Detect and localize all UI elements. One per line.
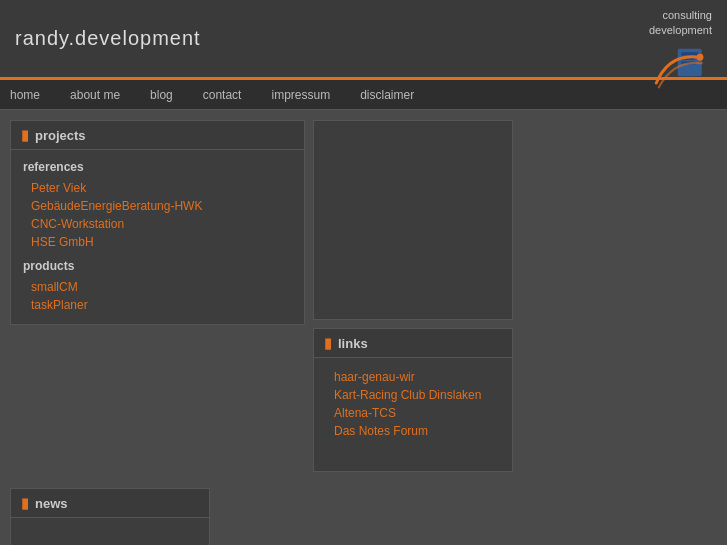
projects-icon: ▮ xyxy=(21,127,29,143)
logo-text: consulting development xyxy=(649,8,712,39)
projects-body: references Peter Viek GebäudeEnergieBera… xyxy=(11,150,304,324)
products-title: products xyxy=(23,259,292,273)
links-icon: ▮ xyxy=(324,335,332,351)
ref-cnc[interactable]: CNC-Workstation xyxy=(23,215,292,233)
header: randy.development consulting development xyxy=(0,0,727,80)
link-kart-racing[interactable]: Kart-Racing Club Dinslaken xyxy=(326,386,500,404)
nav-blog[interactable]: blog xyxy=(150,88,173,102)
site-title: randy.development xyxy=(15,27,201,50)
links-header: ▮ links xyxy=(314,329,512,358)
logo-area: consulting development xyxy=(649,8,712,93)
nav-disclaimer[interactable]: disclaimer xyxy=(360,88,414,102)
content: ▮ projects references Peter Viek Gebäude… xyxy=(0,110,727,545)
product-smallcm[interactable]: smallCM xyxy=(23,278,292,296)
nav-contact[interactable]: contact xyxy=(203,88,242,102)
nav-home[interactable]: home xyxy=(10,88,40,102)
news-body xyxy=(11,518,209,538)
projects-panel: ▮ projects references Peter Viek Gebäude… xyxy=(10,120,305,325)
projects-header: ▮ projects xyxy=(11,121,304,150)
links-body: haar-genau-wir Kart-Racing Club Dinslake… xyxy=(314,358,512,450)
links-panel: ▮ links haar-genau-wir Kart-Racing Club … xyxy=(313,328,513,472)
link-notes-forum[interactable]: Das Notes Forum xyxy=(326,422,500,440)
ref-peter-viek[interactable]: Peter Viek xyxy=(23,179,292,197)
logo-icon xyxy=(652,43,712,93)
ref-hse[interactable]: HSE GmbH xyxy=(23,233,292,251)
svg-point-4 xyxy=(697,54,704,61)
link-altena-tcs[interactable]: Altena-TCS xyxy=(326,404,500,422)
nav-impressum[interactable]: impressum xyxy=(271,88,330,102)
link-haar-genau-wir[interactable]: haar-genau-wir xyxy=(326,368,500,386)
references-title: references xyxy=(23,160,292,174)
news-header: ▮ news xyxy=(11,489,209,518)
middle-column: ▮ links haar-genau-wir Kart-Racing Club … xyxy=(313,120,513,480)
projects-title: projects xyxy=(35,128,86,143)
news-icon: ▮ xyxy=(21,495,29,511)
ref-gebaude[interactable]: GebäudeEnergieBeratung-HWK xyxy=(23,197,292,215)
right-column: ▮ news xyxy=(10,488,210,545)
left-column: ▮ projects references Peter Viek Gebäude… xyxy=(10,120,305,480)
middle-top-panel xyxy=(313,120,513,320)
news-panel: ▮ news xyxy=(10,488,210,545)
navbar: home about me blog contact impressum dis… xyxy=(0,80,727,110)
links-title: links xyxy=(338,336,368,351)
svg-rect-1 xyxy=(681,52,698,55)
nav-about[interactable]: about me xyxy=(70,88,120,102)
product-taskplaner[interactable]: taskPlaner xyxy=(23,296,292,314)
news-title: news xyxy=(35,496,68,511)
